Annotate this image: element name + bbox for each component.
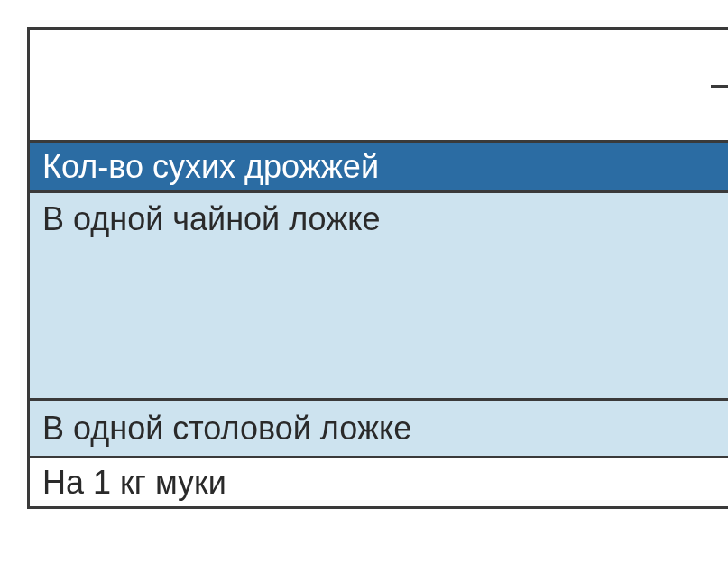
table-row: На 1 кг муки xyxy=(30,458,728,506)
row-label: В одной чайной ложке xyxy=(42,199,380,239)
row-label: На 1 кг муки xyxy=(42,462,226,503)
section-header-text: Кол-во сухих дрожжей xyxy=(42,146,379,187)
table-section-header: Кол-во сухих дрожжей xyxy=(30,143,728,193)
table-row: В одной чайной ложке xyxy=(30,193,728,401)
row-label: В одной столовой ложке xyxy=(42,408,411,448)
yeast-table: Кол-во сухих дрожжей В одной чайной ложк… xyxy=(27,27,728,509)
table-row: В одной столовой ложке xyxy=(30,401,728,458)
table-header-empty xyxy=(30,30,728,143)
